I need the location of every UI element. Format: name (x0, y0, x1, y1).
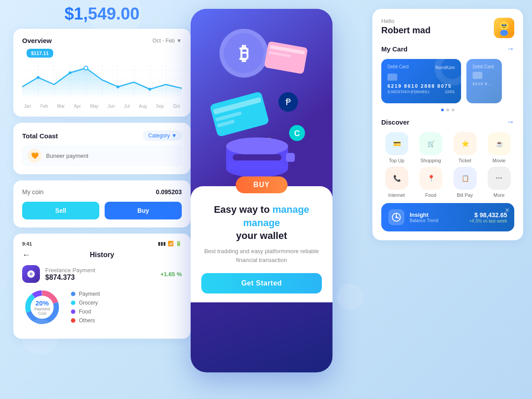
insight-card: Insight Balance Trend $ 98,432.65 +4.3% … (381, 203, 514, 231)
right-main-card: Hello Robert mad (372, 9, 523, 240)
user-name: Robert mad (381, 25, 430, 35)
legend-list: Payment Grocery Food Others (71, 291, 100, 324)
shopping-label: Shopping (420, 158, 441, 163)
svg-text:₿: ₿ (239, 43, 249, 64)
transaction-row: Freelance Payment $874.373 +1.65 % (22, 265, 182, 283)
legend-dot-food (71, 309, 75, 314)
phone-description: Best tradding and easy platformmore reli… (201, 247, 322, 264)
history-title: History (90, 251, 114, 259)
legend-food: Food (71, 309, 100, 315)
card-dot-1 (441, 109, 444, 111)
svg-text:🛒: 🛒 (427, 140, 435, 148)
discover-header: Discover → (381, 117, 514, 127)
legend-payment: Payment (71, 291, 100, 297)
ticket-icon-wrap: ⭐ (454, 132, 477, 155)
date-filter[interactable]: Oct - Feb ▼ (153, 38, 182, 44)
insight-title: Insight (410, 211, 464, 218)
legend-dot-others (71, 318, 75, 323)
chart-badge: $117.11 (27, 49, 53, 58)
discover-item-topup[interactable]: 💳 Top Up (381, 132, 412, 163)
discover-grid: 💳 Top Up 🛒 Shopping ⭐ Ticket ☕ (381, 132, 514, 198)
total-cost-card: Total Coast Category ▼ 🧡 Buneer payment (13, 123, 191, 174)
svg-text:Ᵽ: Ᵽ (286, 97, 291, 107)
tx-change: +1.65 % (160, 271, 182, 278)
cards-scroll[interactable]: Debit Card NomiKom 6219 8610 2888 8075 S… (381, 59, 514, 103)
buy-float-button[interactable]: BUY (236, 176, 288, 193)
chart-label-may: May (90, 104, 98, 109)
discover-item-movie[interactable]: ☕ Movie (484, 132, 514, 163)
discover-item-food[interactable]: 📍 Food (415, 167, 446, 198)
discover-item-shopping[interactable]: 🛒 Shopping (415, 132, 446, 163)
payment-icon: 🧡 (27, 149, 42, 163)
card-dot-2 (446, 109, 449, 111)
legend-label-food: Food (79, 309, 91, 315)
svg-point-12 (37, 76, 39, 79)
svg-text:📍: 📍 (427, 175, 435, 182)
svg-point-13 (69, 71, 71, 74)
debit-card-primary[interactable]: Debit Card NomiKom 6219 8610 2888 8075 S… (381, 59, 461, 103)
svg-text:⭐: ⭐ (461, 140, 469, 148)
center-panel: ₿ Ᵽ C ₿ (191, 9, 341, 372)
discover-title: Discover (381, 118, 409, 126)
user-avatar (494, 18, 514, 38)
my-card-header: My Card → (381, 44, 514, 54)
donut-chart-row: 20% Payment Cost Payment Grocery Food (22, 283, 182, 332)
hello-text: Hello (381, 18, 430, 24)
tx-info: Freelance Payment $874.373 (45, 267, 155, 282)
discover-item-billpay[interactable]: 📋 Bill Pay (450, 167, 480, 198)
discover-item-internet[interactable]: 📞 Internet (381, 167, 412, 198)
left-panel: $1,549.00 Overview Oct - Feb ▼ $117.11 (13, 4, 191, 345)
tagline-part2: your wallet (236, 230, 287, 241)
svg-rect-42 (233, 154, 282, 160)
history-card: 9:41 ▮▮▮ 📶 🔋 ← History Freelance Payment… (13, 234, 191, 339)
card-holder: S.MOSTAFA ESMAEILI (387, 90, 429, 94)
line-chart (22, 58, 182, 102)
status-time: 9:41 (22, 241, 32, 246)
internet-label: Internet (388, 192, 405, 198)
chart-label-aug: Aug (139, 104, 147, 109)
right-panel: Hello Robert mad (372, 9, 523, 240)
card-dots (381, 109, 514, 111)
my-coin-card: My coin 0.095203 Sell Buy (13, 180, 191, 227)
phone-mockup: ₿ Ᵽ C ₿ (191, 9, 332, 372)
insight-info: Insight Balance Trend (410, 211, 464, 223)
phone-tagline: Easy way to manage manage your wallet (201, 203, 322, 243)
billpay-label: Bill Pay (457, 192, 473, 198)
more-label: More (493, 192, 505, 198)
tagline-part1: Easy way to (214, 204, 270, 215)
insight-close-button[interactable]: ✕ (505, 207, 510, 214)
debit-card-secondary[interactable]: Debit Card 6219 8... (466, 59, 502, 103)
svg-rect-43 (286, 153, 295, 162)
get-started-button[interactable]: Get Started (201, 273, 322, 293)
chart-label-feb: Feb (40, 104, 48, 109)
chart-label-sep: Sep (156, 104, 164, 109)
discover-arrow[interactable]: → (506, 117, 514, 127)
tx-icon (22, 265, 40, 283)
svg-point-14 (84, 66, 88, 70)
main-amount: $1,549.00 (13, 4, 191, 23)
legend-grocery: Grocery (71, 300, 100, 306)
legend-label-grocery: Grocery (79, 300, 98, 306)
category-filter[interactable]: Category ▼ (143, 131, 182, 141)
back-button[interactable]: ← (22, 250, 30, 260)
discover-item-ticket[interactable]: ⭐ Ticket (450, 132, 480, 163)
card2-type: Debit Card (473, 64, 496, 69)
discover-item-more[interactable]: ··· More (484, 167, 514, 198)
sell-button[interactable]: Sell (22, 202, 99, 219)
my-card-arrow[interactable]: → (506, 44, 514, 54)
buy-button[interactable]: Buy (105, 202, 182, 219)
greeting-block: Hello Robert mad (381, 18, 430, 35)
card-expiry: 22/01 (445, 90, 455, 94)
svg-text:📞: 📞 (393, 175, 401, 182)
chart-label-apr: Apr (74, 104, 81, 109)
insight-change: +4.3% vs last week (469, 219, 507, 223)
card-decoration (434, 59, 461, 86)
insight-amount-block: $ 98,432.65 +4.3% vs last week (469, 211, 507, 223)
svg-text:☕: ☕ (495, 140, 503, 148)
svg-text:💳: 💳 (393, 140, 401, 148)
tx-amount: $874.373 (45, 274, 155, 282)
more-dots-icon: ··· (496, 174, 502, 183)
my-card-title: My Card (381, 45, 407, 53)
legend-label-others: Others (79, 317, 95, 324)
card2-chip (473, 72, 482, 79)
